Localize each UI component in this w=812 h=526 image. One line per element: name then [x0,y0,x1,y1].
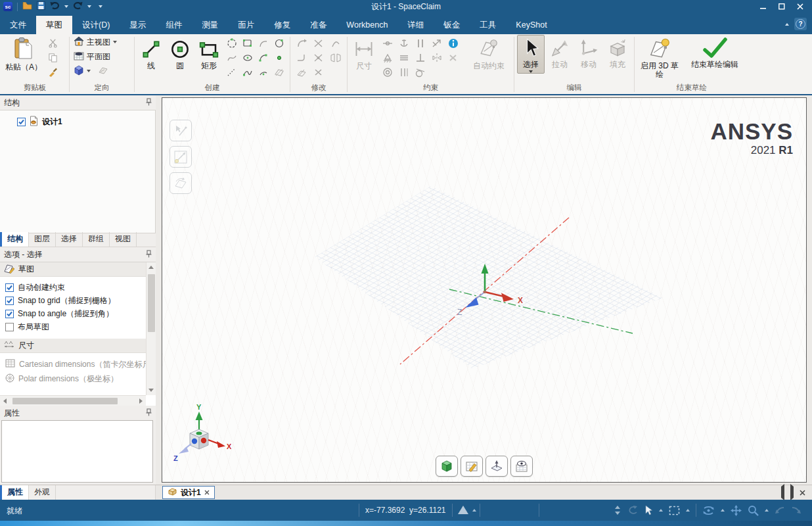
scrollbar-thumb[interactable] [12,398,118,404]
tangent-constraint-icon[interactable] [413,66,428,80]
scrollbar-thumb[interactable] [148,274,155,332]
collapse-ribbon-icon[interactable] [785,23,789,26]
chevron-up-icon[interactable] [659,509,663,512]
option-auto-constraints[interactable]: 自动创建约束 [0,281,156,294]
enable-3d-sketch-button[interactable]: 启用 3D 草绘 [637,35,682,80]
chevron-up-icon[interactable] [686,509,690,512]
tab-properties[interactable]: 属性 [0,485,29,500]
select-button[interactable]: 选择 [517,35,545,74]
option-snap-to-angle[interactable]: Snap to angle（捕捉到角） [0,307,156,320]
chevron-up-icon[interactable] [721,509,725,512]
sweep-arc-icon[interactable] [256,51,271,65]
split-point-icon[interactable] [311,51,327,65]
3d-viewport[interactable]: X Z ANSYS 2021 R1 Y [162,97,807,483]
home-view-button[interactable]: 主视图 [72,35,118,49]
close-tab-icon[interactable] [204,488,210,497]
collinear-constraint-icon[interactable] [396,66,411,80]
previous-view-icon[interactable] [775,506,785,515]
tab-layers[interactable]: 图层 [29,232,56,247]
tab-tools[interactable]: 工具 [470,16,506,34]
show-sketch-grid-button[interactable] [510,456,533,477]
split-curve-icon[interactable] [328,37,344,51]
checkbox-checked[interactable] [5,297,14,305]
bend-icon[interactable] [294,66,309,80]
chevron-up-icon[interactable] [472,509,476,512]
tab-facets[interactable]: 面片 [228,16,264,34]
three-point-arc-icon[interactable] [256,66,271,80]
tab-file[interactable]: 文件 [0,16,36,34]
help-button[interactable]: ? [794,18,807,30]
auto-constraint-button[interactable]: 自动约束 [466,35,511,71]
point-tool-icon[interactable] [272,51,287,65]
maximize-button[interactable] [774,1,790,12]
app-logo-icon[interactable]: sc [3,2,12,11]
tree-item-design1[interactable]: 设计1 [0,110,155,128]
qat-customize-icon[interactable] [99,5,102,8]
scroll-tabs-right-icon[interactable] [790,487,794,498]
end-sketch-edit-button[interactable]: 结束草绘编辑 [683,35,746,70]
remove-constraint-icon[interactable] [445,51,461,65]
circle-tool-button[interactable]: 圆 [166,35,194,71]
tab-sketch[interactable]: 草图 [36,16,72,34]
polyline-icon[interactable] [240,66,256,80]
move-button[interactable]: 移动 [575,35,602,70]
chevron-down-icon[interactable] [87,70,91,72]
close-document-icon[interactable] [800,487,805,498]
option-snap-to-grid[interactable]: Snap to grid（捕捉到栅格） [0,294,156,307]
tab-sheetmetal[interactable]: 钣金 [434,16,470,34]
dimensions-options-header[interactable]: 尺寸 [0,339,156,353]
tab-appearance[interactable]: 外观 [29,485,56,500]
scroll-right-icon[interactable] [136,396,146,406]
select-sketch-ghost-button[interactable] [169,120,192,141]
fill-button[interactable]: 填充 [604,35,631,70]
concentric-constraint-icon[interactable] [380,66,395,80]
scroll-left-icon[interactable] [0,396,10,406]
minimize-button[interactable] [756,1,771,12]
construction-line-icon[interactable] [225,66,240,80]
move-grid-ghost-button[interactable] [169,146,192,168]
checkbox-checked[interactable] [5,310,14,318]
line-tool-button[interactable]: 线 [137,35,165,71]
tab-prepare[interactable]: 准备 [300,16,336,34]
checkbox-checked[interactable] [5,283,14,292]
save-icon[interactable] [37,1,45,12]
options-vertical-scrollbar[interactable] [146,262,156,395]
sketch-view-icon[interactable] [97,66,108,77]
box-select-icon[interactable] [669,506,680,515]
rotate-grid-ghost-button[interactable] [169,172,192,194]
tab-workbench[interactable]: Workbench [336,16,397,34]
equal-constraint-icon[interactable] [396,51,411,65]
option-layout-sketch[interactable]: 布局草图 [0,320,156,333]
pin-icon[interactable] [146,408,152,418]
tab-structure[interactable]: 结构 [0,232,29,247]
view-cube-icon[interactable] [74,65,84,78]
spin-updown-icon[interactable] [614,505,621,515]
rectangle-tool-button[interactable]: 矩形 [195,35,223,71]
document-tab-design1[interactable]: 设计1 [162,486,215,499]
tangent-arc-icon[interactable] [256,37,271,51]
deselect-icon[interactable] [627,505,639,515]
pan-icon[interactable] [731,505,742,516]
tab-measure[interactable]: 测量 [192,16,228,34]
tab-detail[interactable]: 详细 [397,16,434,34]
next-view-icon[interactable] [791,506,801,515]
options-horizontal-scrollbar[interactable] [0,395,146,406]
cut-icon[interactable] [45,36,60,50]
paste-button[interactable]: 粘贴（A） [3,35,44,72]
open-file-icon[interactable] [22,1,32,12]
copy-icon[interactable] [45,51,60,64]
tab-groups[interactable]: 群组 [83,232,110,247]
select-cursor-tool-icon[interactable] [644,505,653,516]
spline-icon[interactable] [225,51,240,65]
spin-orbit-icon[interactable] [702,505,715,516]
sketch-mode-button[interactable] [461,456,483,477]
warning-pyramid-icon[interactable] [457,505,469,515]
redo-dropdown-icon[interactable] [87,5,91,8]
ground-constraint-icon[interactable] [380,51,395,65]
undo-icon[interactable] [50,1,60,12]
ellipse-icon[interactable] [240,51,256,65]
scroll-down-icon[interactable] [147,385,156,395]
pull-button[interactable]: 拉动 [546,35,574,70]
coincident-constraint-icon[interactable] [429,37,444,51]
tab-selection[interactable]: 选择 [56,232,83,247]
